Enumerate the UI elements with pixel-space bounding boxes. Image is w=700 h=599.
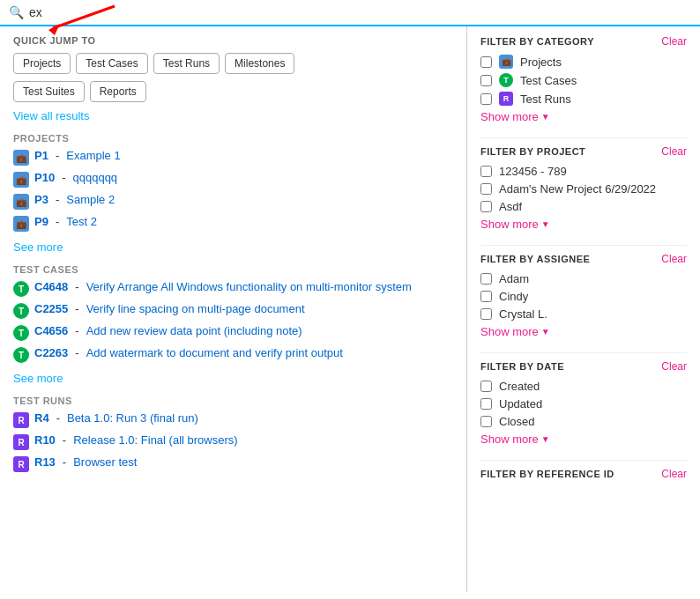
filter-cat-projects-checkbox[interactable]: [480, 56, 492, 68]
filter-cat-projects-label: Projects: [520, 55, 562, 69]
project-item-p9: 💼 P9 - Test 2: [13, 215, 453, 232]
filter-date-closed-checkbox[interactable]: [480, 416, 492, 427]
project-icon-p3: 💼: [13, 194, 29, 210]
project-name-p3[interactable]: Sample 2: [66, 193, 115, 206]
filter-cat-testruns-label: Test Runs: [520, 92, 571, 106]
filter-date-created: Created: [480, 380, 687, 393]
filter-project-clear[interactable]: Clear: [661, 145, 687, 158]
filter-assignee-cindy: Cindy: [480, 290, 687, 303]
project-code-p3[interactable]: P3: [34, 193, 48, 206]
filter-divider-3: [480, 352, 687, 353]
filter-date-header: FILTER BY DATE Clear: [480, 360, 687, 373]
main-layout: QUICK JUMP TO Projects Test Cases Test R…: [0, 26, 700, 592]
filter-date-closed-label: Closed: [499, 415, 534, 428]
tr-name-r10[interactable]: Release 1.0: Final (all browsers): [73, 433, 237, 447]
filter-by-ref-id: FILTER BY REFERENCE ID Clear: [480, 468, 687, 480]
tc-name-c4656[interactable]: Add new review data point (including not…: [86, 324, 302, 337]
right-panel: FILTER BY CATEGORY Clear 💼 Projects T Te…: [467, 26, 700, 592]
tc-code-c4656[interactable]: C4656: [34, 324, 68, 337]
filter-cat-testruns-checkbox[interactable]: [480, 93, 492, 105]
filter-proj-2: Adam's New Project 6/29/2022: [480, 182, 687, 196]
filter-cat-testcases-icon: T: [499, 73, 513, 87]
quick-jump-reports[interactable]: Reports: [90, 81, 146, 102]
tr-code-r10[interactable]: R10: [34, 433, 56, 447]
filter-category-title: FILTER BY CATEGORY: [480, 36, 594, 47]
tc-item-c2263: T C2263 - Add watermark to document and …: [13, 346, 453, 363]
filter-proj-3-checkbox[interactable]: [480, 201, 492, 212]
project-name-p9[interactable]: Test 2: [66, 215, 97, 228]
view-all-link[interactable]: View all results: [13, 109, 89, 122]
filter-by-assignee: FILTER BY ASSIGNEE Clear Adam Cindy Crys…: [480, 253, 687, 338]
filter-assignee-adam: Adam: [480, 272, 687, 285]
tr-code-r4[interactable]: R4: [34, 411, 49, 425]
project-name-p1[interactable]: Example 1: [66, 149, 120, 162]
filter-assignee-adam-checkbox[interactable]: [480, 273, 492, 285]
tr-name-r4[interactable]: Beta 1.0: Run 3 (final run): [67, 411, 198, 425]
quick-jump-tags: Projects Test Cases Test Runs Milestones: [13, 53, 453, 74]
project-item-p1: 💼 P1 - Example 1: [13, 149, 453, 166]
tc-icon-c4656: T: [13, 325, 29, 341]
filter-assignee-clear[interactable]: Clear: [661, 253, 687, 265]
search-input[interactable]: [29, 5, 691, 19]
quick-jump-projects[interactable]: Projects: [13, 53, 71, 74]
filter-proj-2-label: Adam's New Project 6/29/2022: [499, 182, 656, 196]
filter-proj-1-checkbox[interactable]: [480, 166, 492, 177]
project-code-p9[interactable]: P9: [34, 215, 48, 228]
filter-by-date: FILTER BY DATE Clear Created Updated Clo…: [480, 360, 687, 446]
tr-item-r10: R R10 - Release 1.0: Final (all browsers…: [13, 433, 453, 450]
filter-date-show-more[interactable]: Show more ▼: [480, 433, 687, 446]
filter-proj-3: Asdf: [480, 200, 687, 213]
filter-date-created-checkbox[interactable]: [480, 381, 492, 392]
projects-see-more[interactable]: See more: [13, 240, 63, 254]
filter-by-category: FILTER BY CATEGORY Clear 💼 Projects T Te…: [480, 35, 687, 123]
filter-category-clear[interactable]: Clear: [661, 35, 687, 48]
tc-code-c4648[interactable]: C4648: [34, 280, 68, 293]
project-code-p10[interactable]: P10: [34, 171, 55, 184]
filter-category-show-more[interactable]: Show more ▼: [480, 110, 687, 123]
quick-jump-test-cases[interactable]: Test Cases: [76, 53, 147, 74]
filter-cat-testcases-label: Test Cases: [520, 74, 577, 87]
filter-by-project: FILTER BY PROJECT Clear 123456 - 789 Ada…: [480, 145, 687, 231]
filter-cat-projects-icon: 💼: [499, 55, 513, 69]
project-code-p1[interactable]: P1: [34, 149, 48, 162]
filter-project-show-more[interactable]: Show more ▼: [480, 218, 687, 231]
tc-name-c2263[interactable]: Add watermark to document and verify pri…: [86, 346, 343, 359]
tr-icon-r13: R: [13, 456, 29, 472]
quick-jump-test-suites[interactable]: Test Suites: [13, 81, 85, 102]
tc-icon-c4648: T: [13, 281, 29, 297]
search-icon: 🔍: [9, 5, 24, 19]
tc-code-c2263[interactable]: C2263: [34, 346, 68, 359]
filter-assignee-title: FILTER BY ASSIGNEE: [480, 254, 590, 264]
quick-jump-tags-row2: Test Suites Reports: [13, 81, 453, 102]
quick-jump-milestones[interactable]: Milestones: [225, 53, 294, 74]
filter-divider-4: [480, 460, 687, 461]
tc-code-c2255[interactable]: C2255: [34, 302, 68, 315]
filter-project-header: FILTER BY PROJECT Clear: [480, 145, 687, 158]
filter-assignee-crystal-checkbox[interactable]: [480, 308, 492, 320]
filter-date-updated-checkbox[interactable]: [480, 398, 492, 410]
filter-ref-id-clear[interactable]: Clear: [661, 468, 687, 480]
show-more-chevron-cat: ▼: [541, 112, 550, 122]
filter-date-updated: Updated: [480, 397, 687, 410]
filter-cat-testruns-icon: R: [499, 92, 513, 106]
filter-proj-3-label: Asdf: [499, 200, 522, 213]
filter-cat-testcases: T Test Cases: [480, 73, 687, 87]
filter-date-clear[interactable]: Clear: [661, 360, 687, 373]
filter-cat-testcases-checkbox[interactable]: [480, 75, 492, 86]
filter-proj-2-checkbox[interactable]: [480, 183, 492, 195]
quick-jump-test-runs[interactable]: Test Runs: [153, 53, 220, 74]
filter-assignee-cindy-checkbox[interactable]: [480, 291, 492, 302]
filter-assignee-crystal: Crystal L.: [480, 307, 687, 321]
filter-assignee-show-more[interactable]: Show more ▼: [480, 325, 687, 338]
project-name-p10[interactable]: qqqqqqq: [72, 171, 117, 184]
quick-jump-label: QUICK JUMP TO: [13, 35, 453, 46]
tc-name-c2255[interactable]: Verify line spacing on multi-page docume…: [86, 302, 305, 315]
tc-name-c4648[interactable]: Verify Arrange All Windows functionality…: [86, 280, 412, 293]
tr-code-r13[interactable]: R13: [34, 455, 56, 469]
projects-section-label: PROJECTS: [13, 133, 453, 144]
test-cases-see-more[interactable]: See more: [13, 372, 63, 385]
tr-name-r13[interactable]: Browser test: [73, 455, 137, 469]
filter-divider-2: [480, 245, 687, 246]
filter-project-title: FILTER BY PROJECT: [480, 146, 585, 157]
filter-assignee-crystal-label: Crystal L.: [499, 307, 547, 321]
